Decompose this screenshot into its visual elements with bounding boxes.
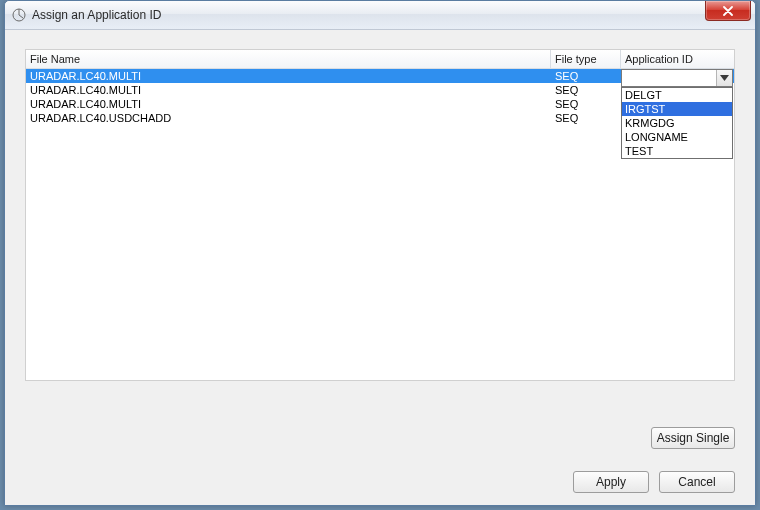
column-header-application-id[interactable]: Application ID xyxy=(621,50,734,68)
titlebar[interactable]: Assign an Application ID xyxy=(5,1,755,30)
file-table: File Name File type Application ID URADA… xyxy=(25,49,735,381)
cell-file-name: URADAR.LC40.USDCHADD xyxy=(26,111,551,125)
dropdown-option[interactable]: TEST xyxy=(622,144,732,158)
application-id-combo[interactable] xyxy=(621,69,733,87)
content-area: File Name File type Application ID URADA… xyxy=(15,39,745,495)
dropdown-option[interactable]: DELGT xyxy=(622,88,732,102)
application-id-dropdown[interactable]: DELGTIRGTSTKRMGDGLONGNAMETEST xyxy=(621,87,733,159)
column-header-file-name[interactable]: File Name xyxy=(26,50,551,68)
table-header: File Name File type Application ID xyxy=(26,50,734,69)
assign-single-button[interactable]: Assign Single xyxy=(651,427,735,449)
dropdown-option[interactable]: KRMGDG xyxy=(622,116,732,130)
cell-file-name: URADAR.LC40.MULTI xyxy=(26,97,551,111)
cell-file-type: SEQ xyxy=(551,97,621,111)
cancel-button[interactable]: Cancel xyxy=(659,471,735,493)
app-icon xyxy=(11,7,27,23)
application-id-combo-button[interactable] xyxy=(716,70,732,86)
column-header-file-type[interactable]: File type xyxy=(551,50,621,68)
cell-file-type: SEQ xyxy=(551,83,621,97)
cell-file-type: SEQ xyxy=(551,69,621,83)
cell-file-name: URADAR.LC40.MULTI xyxy=(26,83,551,97)
window-title: Assign an Application ID xyxy=(32,8,161,22)
dropdown-option[interactable]: LONGNAME xyxy=(622,130,732,144)
dialog-window: Assign an Application ID File Name File … xyxy=(4,0,756,506)
cell-file-name: URADAR.LC40.MULTI xyxy=(26,69,551,83)
close-button[interactable] xyxy=(705,1,751,21)
dropdown-option[interactable]: IRGTST xyxy=(622,102,732,116)
application-id-combo-text xyxy=(622,70,716,86)
cell-file-type: SEQ xyxy=(551,111,621,125)
apply-button[interactable]: Apply xyxy=(573,471,649,493)
